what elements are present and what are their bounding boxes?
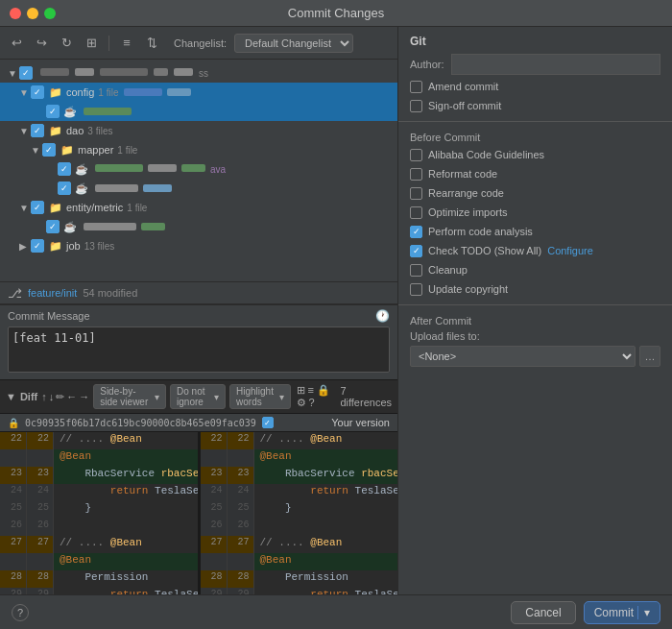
file-tree[interactable]: ▼ ✓ ss ▼ ✓ 📁 config 1 file (0, 60, 397, 281)
diff-right-pane: 22 22 // .... @Bean @Bean 23 23 (201, 432, 398, 594)
rearrange-checkbox[interactable] (410, 187, 422, 200)
upload-options-btn[interactable]: … (639, 346, 660, 367)
cleanup-checkbox[interactable] (410, 264, 422, 277)
diff-collapse-icon[interactable]: ▼ (6, 391, 16, 402)
tree-check-config[interactable]: ✓ (31, 85, 44, 99)
tree-item-mapper-file[interactable]: ✓ ☕ ava (0, 159, 397, 179)
optimize-checkbox[interactable] (410, 206, 422, 219)
tree-item-dao[interactable]: ▼ ✓ 📁 dao 3 files (0, 121, 397, 140)
tree-item-config[interactable]: ▼ ✓ 📁 config 1 file (0, 83, 397, 102)
amend-commit-label: Amend commit (428, 81, 498, 92)
tree-check-mapper[interactable]: ✓ (42, 143, 56, 157)
upload-select-row: <None> … (398, 344, 672, 369)
code-line-r: 28 28 Permission (201, 570, 398, 588)
check-todo-checkbox[interactable]: ✓ (410, 245, 422, 257)
upload-select[interactable]: <None> (410, 346, 636, 367)
cancel-button[interactable]: Cancel (511, 601, 575, 624)
tree-item-root[interactable]: ▼ ✓ ss (0, 63, 397, 83)
author-row: Author: (398, 52, 672, 77)
code-line-r: 26 26 (201, 519, 398, 536)
toolbar: ↩ ↪ ↻ ⊞ ≡ ⇅ Changelist: Default Changeli… (0, 27, 397, 60)
tree-item-job[interactable]: ▶ ✓ 📁 job 13 files (0, 236, 397, 255)
commit-dropdown-icon[interactable]: ▾ (637, 606, 650, 619)
bottom-bar: ? Cancel Commit ▾ (0, 594, 672, 629)
tree-item-dao-file2[interactable]: ✓ ☕ (0, 179, 397, 198)
code-line: 28 28 Permission (0, 570, 198, 588)
amend-commit-checkbox[interactable] (410, 81, 422, 93)
code-line-r: 24 24 return TeslaSe (201, 484, 398, 501)
diff-icons: ⊞ ≡ 🔒 ⚙ ? (297, 384, 333, 409)
reformat-checkbox[interactable] (410, 168, 422, 181)
tree-check-entity-file[interactable]: ✓ (46, 220, 60, 233)
clock-icon[interactable]: 🕐 (375, 309, 390, 323)
before-commit-optimize: Optimize imports (398, 203, 672, 222)
copyright-checkbox[interactable] (410, 283, 422, 296)
code-line: 24 24 return TeslaServiceConsum (0, 484, 198, 501)
code-analysis-checkbox[interactable]: ✓ (410, 226, 422, 238)
refresh-btn[interactable]: ↻ (56, 33, 77, 54)
before-commit-rearrange: Rearrange code (398, 183, 672, 203)
diff-down-icon[interactable]: ↓ (49, 391, 55, 403)
author-label: Author: (410, 59, 444, 70)
tree-check[interactable]: ✓ (19, 66, 33, 80)
diff-next-icon[interactable]: → (79, 391, 89, 403)
code-line-r: 29 29 return TeslaServiceConsumer (201, 588, 398, 594)
code-line-r: 22 22 // .... @Bean (201, 432, 398, 449)
tree-check-dao[interactable]: ✓ (31, 124, 44, 137)
maximize-btn[interactable] (44, 8, 56, 19)
help-button[interactable]: ? (12, 604, 29, 621)
tree-item-entity[interactable]: ▼ ✓ 📁 entity/metric 1 file (0, 198, 397, 217)
chevron-down-icon2: ▾ (214, 392, 219, 402)
diff-prev-icon[interactable]: ← (66, 391, 77, 403)
diff-up-icon[interactable]: ↑ (41, 391, 47, 403)
commit-message-input[interactable]: [feat 11-01] (8, 327, 390, 373)
close-btn[interactable] (10, 8, 21, 19)
commit-button[interactable]: Commit ▾ (584, 601, 660, 624)
left-panel: ↩ ↪ ↻ ⊞ ≡ ⇅ Changelist: Default Changeli… (0, 27, 398, 594)
diff-ignore-btn[interactable]: Do not ignore ▾ (170, 384, 226, 409)
before-commit-check-todo: ✓ Check TODO (Show All) Configure (398, 241, 672, 260)
changelist-select[interactable]: Default Changelist (234, 34, 353, 53)
author-input[interactable] (451, 54, 660, 75)
your-version-label: Your version (331, 417, 390, 428)
code-line-r: 23 23 RbacService rbacService() throw (201, 467, 398, 484)
code-line-r: 25 25 } (201, 501, 398, 519)
commit-msg-label: Commit Message (8, 310, 90, 322)
forward-btn[interactable]: ↪ (31, 33, 52, 54)
tree-check-dao-file2[interactable]: ✓ (58, 181, 71, 195)
diff-panel: 22 22 // .... @Bean @Bean 23 23 (0, 432, 397, 594)
sign-off-commit-checkbox[interactable] (410, 100, 422, 112)
before-commit-copyright: Update copyright (398, 279, 672, 299)
diff-edit-icon[interactable]: ✏ (56, 391, 64, 403)
right-panel: Git Author: Amend commit Sign-off commit… (398, 27, 672, 594)
diff-left-pane: 22 22 // .... @Bean @Bean 23 23 (0, 432, 198, 594)
tree-item-config-file[interactable]: ✓ ☕ (0, 102, 397, 121)
tree-item-entity-file[interactable]: ✓ ☕ (0, 217, 397, 236)
diff-highlight-btn[interactable]: Highlight words ▾ (229, 384, 290, 409)
chevron-down-icon: ▾ (155, 392, 159, 402)
before-commit-title: Before Commit (398, 128, 672, 145)
back-btn[interactable]: ↩ (6, 33, 27, 54)
chevron-down-icon3: ▾ (279, 392, 284, 402)
branch-bar: ⎇ feature/init 54 modified (0, 281, 397, 304)
diff-right-lines[interactable]: 22 22 // .... @Bean @Bean 23 23 (201, 432, 398, 594)
after-commit-title: After Commit (398, 311, 672, 328)
commit-message-section: Commit Message 🕐 [feat 11-01] (0, 304, 397, 379)
minimize-btn[interactable] (27, 8, 38, 19)
group-btn[interactable]: ⊞ (81, 33, 102, 54)
code-line: @Bean (0, 449, 198, 467)
tree-check-mapper-file[interactable]: ✓ (58, 162, 71, 176)
tree-item-mapper[interactable]: ▼ ✓ 📁 mapper 1 file (0, 140, 397, 159)
changelist-label: Changelist: (174, 37, 227, 49)
expand-btn[interactable]: ⇅ (141, 33, 162, 54)
tree-check-entity[interactable]: ✓ (31, 201, 44, 214)
diff-left-lines[interactable]: 22 22 // .... @Bean @Bean 23 23 (0, 432, 198, 594)
sort-btn[interactable]: ≡ (116, 33, 137, 54)
tree-check-job[interactable]: ✓ (31, 239, 44, 253)
diff-count: 7 differences (340, 385, 392, 408)
diff-viewer-btn[interactable]: Side-by-side viewer ▾ (93, 384, 166, 409)
configure-link[interactable]: Configure (547, 245, 593, 256)
tree-check-config-file[interactable]: ✓ (46, 105, 60, 118)
diff-hash-bar: 🔒 0c90935f06b17dc619bc90000c8b465e09fac0… (0, 414, 397, 432)
alibaba-checkbox[interactable] (410, 149, 422, 161)
